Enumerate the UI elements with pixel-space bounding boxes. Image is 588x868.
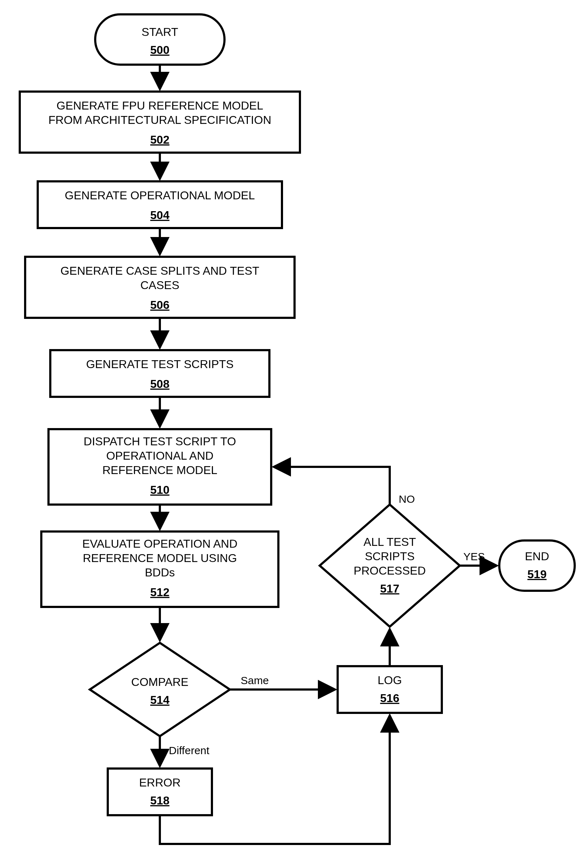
- start-ref: 500: [150, 43, 169, 56]
- n506-line1: GENERATE CASE SPLITS AND TEST: [61, 264, 259, 277]
- n502-ref: 502: [150, 133, 169, 146]
- n518-label: ERROR: [139, 776, 181, 789]
- n506-line2: CASES: [140, 279, 179, 292]
- edge-label-diff: Different: [169, 744, 210, 756]
- end-label: END: [525, 550, 549, 563]
- n514-ref: 514: [150, 694, 170, 706]
- n506-ref: 506: [150, 298, 169, 311]
- node-508: GENERATE TEST SCRIPTS 508: [50, 350, 269, 397]
- n516-label: LOG: [378, 674, 402, 686]
- svg-marker-7: [90, 643, 230, 736]
- svg-rect-9: [338, 666, 442, 713]
- n517-line3: PROCESSED: [354, 564, 426, 577]
- n504-line1: GENERATE OPERATIONAL MODEL: [65, 189, 255, 202]
- n516-ref: 516: [380, 692, 399, 705]
- n502-line2: FROM ARCHITECTURAL SPECIFICATION: [49, 114, 271, 126]
- n517-line1: ALL TEST: [363, 536, 416, 548]
- n504-ref: 504: [150, 209, 170, 221]
- n502-line1: GENERATE FPU REFERENCE MODEL: [56, 99, 263, 112]
- n510-line3: REFERENCE MODEL: [102, 464, 217, 477]
- n514-label: COMPARE: [131, 676, 188, 688]
- n512-line3: BDDs: [145, 566, 175, 579]
- n517-ref: 517: [380, 582, 399, 595]
- n518-ref: 518: [150, 794, 169, 807]
- edge-label-same: Same: [241, 675, 269, 686]
- n512-line2: REFERENCE MODEL USING: [83, 552, 237, 565]
- node-502: GENERATE FPU REFERENCE MODEL FROM ARCHIT…: [20, 92, 300, 153]
- svg-rect-0: [95, 14, 225, 65]
- node-516: LOG 516: [338, 666, 442, 713]
- node-514: COMPARE 514: [90, 643, 230, 736]
- n510-line2: OPERATIONAL AND: [106, 449, 214, 462]
- node-end: END 519: [499, 540, 575, 591]
- edge-517-510-no: [275, 467, 390, 505]
- node-504: GENERATE OPERATIONAL MODEL 504: [38, 182, 282, 228]
- n508-ref: 508: [150, 378, 169, 390]
- flowchart-canvas: START 500 GENERATE FPU REFERENCE MODEL F…: [0, 0, 588, 868]
- node-510: DISPATCH TEST SCRIPT TO OPERATIONAL AND …: [49, 429, 271, 505]
- n510-line1: DISPATCH TEST SCRIPT TO: [84, 435, 236, 448]
- node-512: EVALUATE OPERATION AND REFERENCE MODEL U…: [41, 531, 278, 607]
- node-start: START 500: [95, 14, 225, 65]
- n512-line1: EVALUATE OPERATION AND: [82, 537, 238, 550]
- node-517: ALL TEST SCRIPTS PROCESSED 517: [320, 505, 460, 627]
- start-label: START: [142, 25, 178, 38]
- n508-line1: GENERATE TEST SCRIPTS: [86, 358, 234, 371]
- edge-label-no: NO: [399, 493, 415, 505]
- n517-line2: SCRIPTS: [365, 550, 415, 563]
- svg-rect-11: [499, 540, 575, 591]
- n510-ref: 510: [150, 483, 169, 496]
- svg-rect-8: [108, 769, 212, 815]
- node-518: ERROR 518: [108, 769, 212, 815]
- end-ref: 519: [527, 568, 546, 581]
- n512-ref: 512: [150, 586, 169, 599]
- edge-label-yes: YES: [463, 551, 485, 562]
- node-506: GENERATE CASE SPLITS AND TEST CASES 506: [25, 257, 294, 318]
